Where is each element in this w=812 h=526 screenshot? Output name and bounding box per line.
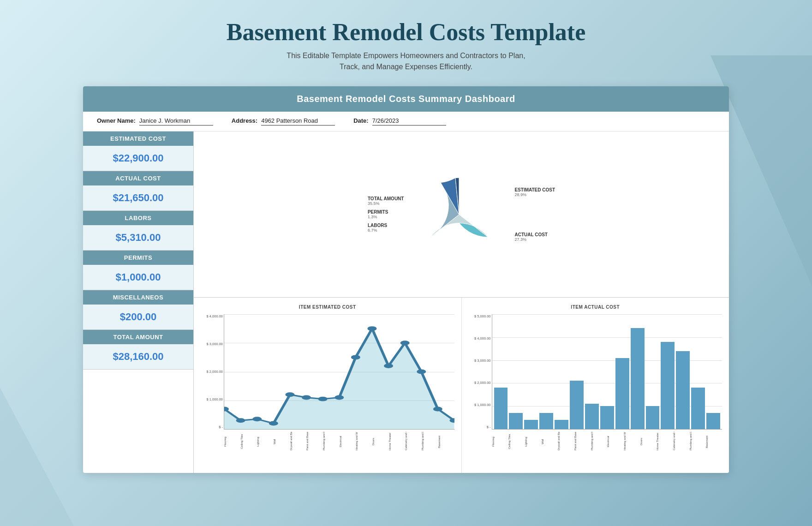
metric-block: ESTIMATED COST $22,900.00 [83, 132, 193, 171]
owner-label: Owner Name: [97, 117, 136, 124]
metric-label: ESTIMATED COST [83, 132, 193, 146]
metric-label: ACTUAL COST [83, 171, 193, 185]
metric-label: TOTAL AMOUNT [83, 330, 193, 344]
pie-label-total: TOTAL AMOUNT 35.5% [368, 196, 404, 206]
svg-point-10 [384, 364, 393, 368]
pie-label-estimated: ESTIMATED COST 28.9% [514, 187, 555, 197]
pie-label-actual: ACTUAL COST 27.3% [514, 232, 555, 242]
svg-point-5 [302, 395, 311, 400]
page-subtitle: This Editable Template Empowers Homeowne… [287, 50, 525, 72]
dashboard-container: Basement Remodel Costs Summary Dashboard… [83, 86, 729, 473]
svg-point-4 [285, 392, 294, 397]
svg-point-1 [236, 418, 245, 423]
metric-label: MISCELLANEOS [83, 290, 193, 305]
metric-value: $1,000.00 [83, 265, 193, 290]
bg-decoration-left [0, 388, 74, 526]
metric-label: PERMITS [83, 251, 193, 265]
metric-block: ACTUAL COST $21,650.00 [83, 171, 193, 211]
page-title: Basement Remodel Costs Template [227, 18, 586, 46]
svg-point-2 [252, 417, 262, 421]
right-panel: TOTAL AMOUNT 35.5% PERMITS 1.3% LABORS 6… [194, 132, 729, 473]
pie-label-labors: LABORS 6.7% [368, 223, 404, 233]
svg-point-12 [417, 370, 426, 374]
svg-point-7 [334, 395, 344, 400]
owner-value: Janice J. Workman [139, 117, 213, 126]
estimated-line-svg [224, 314, 454, 429]
actual-cost-chart: ITEM ACTUAL COST $ 5,000.00 $ 4,000.00 $… [462, 298, 729, 473]
metric-label: LABORS [83, 211, 193, 225]
info-row: Owner Name: Janice J. Workman Address: 4… [83, 112, 729, 132]
svg-point-8 [351, 355, 360, 359]
metric-value: $5,310.00 [83, 225, 193, 250]
svg-point-6 [318, 397, 328, 401]
metric-value: $21,650.00 [83, 185, 193, 210]
metric-value: $28,160.00 [83, 344, 193, 369]
actual-chart-title: ITEM ACTUAL COST [469, 305, 722, 310]
pie-chart-area: TOTAL AMOUNT 35.5% PERMITS 1.3% LABORS 6… [194, 132, 729, 298]
estimated-chart-title: ITEM ESTIMATED COST [201, 305, 454, 310]
pie-container: TOTAL AMOUNT 35.5% PERMITS 1.3% LABORS 6… [203, 168, 720, 261]
svg-point-13 [433, 406, 442, 411]
address-value: 4962 Patterson Road [261, 117, 335, 126]
pie-label-permits: PERMITS 1.3% [368, 209, 404, 219]
metric-block: MISCELLANEOS $200.00 [83, 290, 193, 330]
svg-point-11 [400, 341, 410, 345]
date-label: Date: [353, 117, 369, 124]
pie-labels-right: ESTIMATED COST 28.9% ACTUAL COST 27.3% [514, 187, 555, 242]
address-label: Address: [232, 117, 257, 124]
pie-labels-left: TOTAL AMOUNT 35.5% PERMITS 1.3% LABORS 6… [368, 196, 404, 233]
metric-value: $22,900.00 [83, 146, 193, 171]
metric-block: LABORS $5,310.00 [83, 211, 193, 251]
date-field: Date: 7/26/2023 [353, 117, 446, 126]
svg-point-3 [269, 421, 278, 426]
owner-field: Owner Name: Janice J. Workman [97, 117, 213, 126]
metric-value: $200.00 [83, 305, 193, 329]
date-value: 7/26/2023 [372, 117, 446, 126]
metric-block: PERMITS $1,000.00 [83, 251, 193, 290]
svg-point-9 [367, 326, 376, 331]
dashboard-body: ESTIMATED COST $22,900.00 ACTUAL COST $2… [83, 132, 729, 473]
address-field: Address: 4962 Patterson Road [232, 117, 335, 126]
estimated-cost-chart: ITEM ESTIMATED COST $ 4,000.00 $ 3,000.0… [194, 298, 462, 473]
left-panel: ESTIMATED COST $22,900.00 ACTUAL COST $2… [83, 132, 194, 473]
pie-chart-svg [413, 168, 505, 261]
dashboard-header: Basement Remodel Costs Summary Dashboard [83, 86, 729, 112]
metric-block: TOTAL AMOUNT $28,160.00 [83, 330, 193, 370]
charts-bottom: ITEM ESTIMATED COST $ 4,000.00 $ 3,000.0… [194, 298, 729, 473]
